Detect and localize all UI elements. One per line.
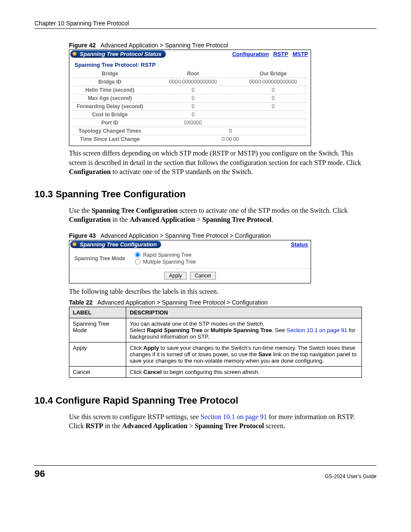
table22-caption: Table 22 Advanced Application > Spanning…: [69, 299, 377, 306]
sec104-para: Use this screen to configure RSTP settin…: [69, 412, 362, 431]
cell-desc: Click Apply to save your changes to the …: [126, 342, 362, 366]
page-footer: 96 GS-2024 User's Guide: [34, 465, 377, 479]
figure42-subheading: Spanning Tree Protocol: RSTP: [69, 58, 311, 70]
col-root: Root: [150, 70, 236, 78]
table-row: Cancel Click Cancel to begin configuring…: [69, 366, 362, 377]
figure43-panel: Spanning Tree Configuration Status Spann…: [69, 240, 311, 283]
link-rstp[interactable]: RSTP: [273, 51, 288, 57]
radio-rapid[interactable]: Rapid Spanning Tree: [135, 252, 196, 258]
table-row: Spanning Tree Mode You can activate one …: [69, 318, 362, 342]
col-bridge: Bridge: [69, 70, 150, 78]
table-header-row: LABEL DESCRIPTION: [69, 307, 362, 318]
guide-name: GS-2024 User's Guide: [325, 473, 377, 479]
para-after-fig43: The following table describes the labels…: [69, 287, 362, 296]
radio-multiple-input[interactable]: [135, 259, 140, 264]
row-cost: Cost to Bridge 0: [69, 111, 311, 118]
table-header-row: Bridge Root Our Bridge: [69, 70, 311, 78]
page-number: 96: [34, 468, 45, 479]
row-port: Port ID 0X0000: [69, 119, 311, 127]
figure43-titlebar: Spanning Tree Configuration Status: [69, 240, 311, 249]
link-section-10-1[interactable]: Section 10.1 on page 91: [201, 413, 267, 420]
cell-desc: Click Cancel to begin configuring this s…: [126, 366, 362, 377]
row-topo: Topology Changed Times 0: [69, 127, 311, 135]
figure42-titlebar: Spanning Tree Protocol Status Configurat…: [69, 50, 311, 58]
table22: LABEL DESCRIPTION Spanning Tree Mode You…: [69, 307, 362, 378]
section-10-3-heading: 10.3 Spanning Tree Configuration: [34, 189, 377, 200]
link-section-10-1[interactable]: Section 10.1 on page 91: [286, 327, 347, 333]
mode-options: Rapid Spanning Tree Multiple Spanning Tr…: [135, 252, 196, 265]
spanning-tree-mode-row: Spanning Tree Mode Rapid Spanning Tree M…: [69, 249, 311, 268]
panel-title-pill: Spanning Tree Configuration: [70, 241, 161, 248]
chapter-title: Chapter 10 Spanning Tree Protocol: [34, 20, 129, 27]
radio-rapid-input[interactable]: [135, 252, 140, 258]
row-bridge-id: Bridge ID 0000-000000000000 0000-0000000…: [69, 78, 311, 86]
section-10-4-heading: 10.4 Configure Rapid Spanning Tree Proto…: [34, 395, 377, 406]
cell-label: Spanning Tree Mode: [69, 318, 126, 342]
radio-multiple[interactable]: Multiple Spanning Tree: [135, 259, 196, 265]
row-since: Time Since Last Change 0:00:00: [69, 135, 311, 146]
panel-title-pill: Spanning Tree Protocol Status: [70, 50, 166, 58]
cell-desc: You can activate one of the STP modes on…: [126, 318, 362, 342]
cancel-button[interactable]: Cancel: [190, 272, 215, 280]
th-label: LABEL: [69, 307, 126, 318]
apply-button[interactable]: Apply: [164, 272, 187, 280]
figure42-caption: Figure 42 Advanced Application > Spannin…: [69, 42, 377, 49]
chapter-header: Chapter 10 Spanning Tree Protocol: [34, 20, 377, 29]
figure43-caption: Figure 43 Advanced Application > Spannin…: [69, 232, 377, 239]
row-hello: Hello Time (second) 0 0: [69, 86, 311, 94]
button-row: Apply Cancel: [69, 268, 311, 283]
para-after-fig42: This screen differs depending on which S…: [69, 149, 362, 177]
sec103-para: Use the Spanning Tree Configuration scre…: [69, 206, 362, 224]
mode-label: Spanning Tree Mode: [75, 255, 135, 261]
th-description: DESCRIPTION: [126, 307, 362, 318]
link-mstp[interactable]: MSTP: [293, 51, 308, 57]
cell-label: Cancel: [69, 366, 126, 377]
col-our: Our Bridge: [236, 70, 311, 78]
table-row: Apply Click Apply to save your changes t…: [69, 342, 362, 366]
link-configuration[interactable]: Configuration: [232, 51, 269, 57]
row-maxage: Max Age (second) 0 0: [69, 94, 311, 102]
figure42-panel: Spanning Tree Protocol Status Configurat…: [69, 50, 311, 146]
row-fwd: Forwarding Delay (second) 0 0: [69, 103, 311, 110]
cell-label: Apply: [69, 342, 126, 366]
link-status[interactable]: Status: [291, 241, 308, 248]
